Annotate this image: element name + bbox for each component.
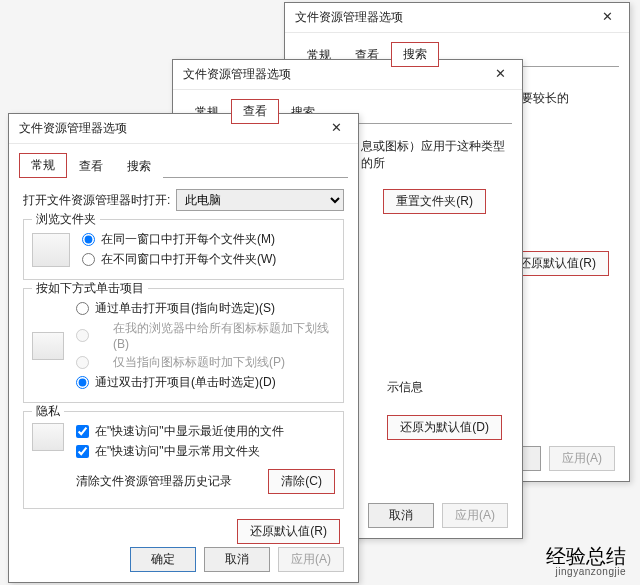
clear-history-label: 清除文件资源管理器历史记录	[76, 473, 232, 490]
apply-button[interactable]: 应用(A)	[278, 547, 344, 572]
privacy-legend: 隐私	[32, 403, 64, 420]
radio-double-click[interactable]: 通过双击打开项目(单击时选定)(D)	[76, 374, 335, 391]
folder-window-icon	[32, 233, 70, 267]
open-with-label: 打开文件资源管理器时打开:	[23, 192, 170, 209]
open-with-select[interactable]: 此电脑	[176, 189, 344, 211]
reset-folders-button[interactable]: 重置文件夹(R)	[383, 189, 486, 214]
restore-defaults-button[interactable]: 还原为默认值(D)	[387, 415, 502, 440]
chk-show-frequent[interactable]: 在"快速访问"中显示常用文件夹	[76, 443, 335, 460]
apply-button[interactable]: 应用(A)	[549, 446, 615, 471]
chk-show-recent[interactable]: 在"快速访问"中显示最近使用的文件	[76, 423, 335, 440]
ok-button[interactable]: 确定	[130, 547, 196, 572]
close-icon[interactable]: ✕	[589, 7, 625, 29]
close-icon[interactable]: ✕	[482, 64, 518, 86]
watermark: 经验总结 jingyanzongjie	[546, 546, 626, 578]
text-fragment: 示信息	[387, 380, 423, 394]
close-icon[interactable]: ✕	[318, 118, 354, 140]
tab-search[interactable]: 搜索	[391, 42, 439, 67]
dialog-title: 文件资源管理器选项	[183, 66, 291, 83]
radio-same-window[interactable]: 在同一窗口中打开每个文件夹(M)	[82, 231, 335, 248]
tab-general[interactable]: 常规	[19, 153, 67, 178]
apply-button[interactable]: 应用(A)	[442, 503, 508, 528]
cancel-button[interactable]: 取消	[204, 547, 270, 572]
tab-search[interactable]: 搜索	[115, 154, 163, 178]
cursor-icon	[32, 332, 64, 360]
tab-view[interactable]: 查看	[231, 99, 279, 124]
click-items-legend: 按如下方式单击项目	[32, 280, 148, 297]
dialog-title: 文件资源管理器选项	[295, 9, 403, 26]
clear-button[interactable]: 清除(C)	[268, 469, 335, 494]
radio-underline-all: 在我的浏览器中给所有图标标题加下划线(B)	[76, 320, 335, 351]
radio-new-window[interactable]: 在不同窗口中打开每个文件夹(W)	[82, 251, 335, 268]
privacy-icon	[32, 423, 64, 451]
tab-view[interactable]: 查看	[67, 154, 115, 178]
radio-underline-point: 仅当指向图标标题时加下划线(P)	[76, 354, 335, 371]
radio-single-click[interactable]: 通过单击打开项目(指向时选定)(S)	[76, 300, 335, 317]
text-fragment: 息或图标）应用于这种类型的所	[361, 139, 505, 170]
browse-folders-legend: 浏览文件夹	[32, 211, 100, 228]
dialog-title: 文件资源管理器选项	[19, 120, 127, 137]
cancel-button[interactable]: 取消	[368, 503, 434, 528]
